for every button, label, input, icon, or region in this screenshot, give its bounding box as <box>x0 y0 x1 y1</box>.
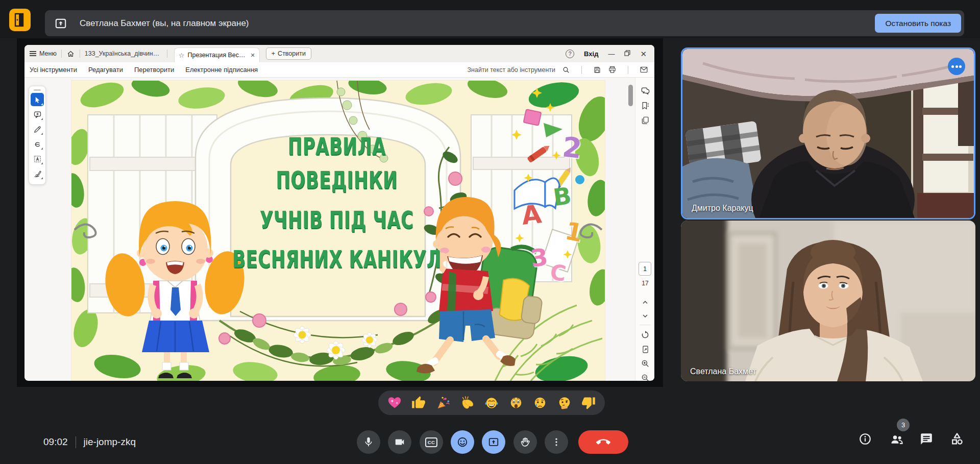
fit-page-button[interactable] <box>639 343 651 355</box>
door-icon <box>14 13 26 27</box>
reaction-thinking-face[interactable] <box>554 392 575 414</box>
meeting-info: 09:02 jie-jomp-zkq <box>43 430 136 454</box>
comments-panel-button[interactable] <box>639 85 651 97</box>
menu-convert[interactable]: Перетворити <box>134 66 174 74</box>
new-tab-button[interactable]: + Створити <box>266 47 311 60</box>
reaction-face-with-tears-of-joy[interactable] <box>481 392 502 414</box>
reaction-party-popper[interactable] <box>433 392 453 414</box>
text-select-tool-button[interactable] <box>31 152 44 165</box>
reaction-sparkling-heart[interactable] <box>384 392 405 414</box>
fill-sign-tool-button[interactable] <box>31 167 44 180</box>
menu-esign[interactable]: Електронне підписання <box>185 66 258 74</box>
rotate-page-button[interactable] <box>639 329 651 341</box>
joy-face-icon <box>484 395 499 410</box>
current-page-input[interactable]: 1 <box>639 262 651 276</box>
next-page-button[interactable] <box>639 310 651 322</box>
separator <box>628 66 628 74</box>
tab-close-icon[interactable]: ✕ <box>251 52 255 59</box>
acrobat-menu-button[interactable]: Меню <box>30 50 57 58</box>
zoom-out-button[interactable] <box>639 372 651 381</box>
participants-button[interactable] <box>889 431 904 447</box>
tab-inactive[interactable]: 133_Українська_дівчина_і_р... <box>85 50 162 57</box>
stop-presenting-button[interactable]: Остановить показ <box>875 14 961 33</box>
captions-button[interactable]: CC <box>420 430 443 454</box>
presenting-banner: Светлана Бахмет (вы, на главном экране) … <box>45 10 964 36</box>
document-scrollbar[interactable] <box>628 85 633 106</box>
slide-title-line-1: ПРАВИЛА <box>194 132 480 160</box>
people-icon <box>890 432 904 446</box>
separator <box>80 50 80 58</box>
help-button[interactable]: ? <box>566 50 574 58</box>
select-tool-button[interactable] <box>31 93 44 106</box>
present-now-button[interactable] <box>482 430 505 454</box>
astonished-face-icon <box>508 395 524 410</box>
pages-panel-button[interactable] <box>639 114 651 127</box>
reactions-bar <box>378 390 605 415</box>
star-icon[interactable]: ☆ <box>179 52 185 59</box>
window-controls: ? Вхід — ✕ <box>566 50 654 58</box>
sign-icon <box>33 169 42 178</box>
drag-handle[interactable] <box>34 89 41 91</box>
minimize-button[interactable]: — <box>608 51 615 57</box>
comment-tool-button[interactable] <box>31 108 44 121</box>
reaction-astonished-face[interactable] <box>506 392 526 414</box>
meeting-details-button[interactable] <box>857 431 873 447</box>
camera-button[interactable] <box>388 430 411 454</box>
top-bar: Светлана Бахмет (вы, на главном экране) … <box>0 0 980 38</box>
pages-icon <box>641 116 650 125</box>
comment-add-icon <box>33 110 42 119</box>
decor-letter-a: A <box>520 199 543 231</box>
reaction-thumbs-down[interactable] <box>578 392 599 414</box>
decor-number-2: 2 <box>561 131 583 165</box>
reaction-thumbs-up[interactable] <box>408 392 429 414</box>
dot <box>955 65 958 68</box>
tile-options-button[interactable] <box>948 58 965 75</box>
sign-in-button[interactable]: Вхід <box>584 50 598 58</box>
chat-button[interactable] <box>919 431 934 447</box>
tab-active[interactable]: ☆ Презентация Веснян... ✕ <box>174 47 260 62</box>
more-options-button[interactable] <box>545 430 568 454</box>
app-logo[interactable] <box>9 9 31 31</box>
shapes-icon <box>950 432 964 446</box>
chevron-up-icon <box>641 298 649 306</box>
raise-hand-button[interactable] <box>513 430 537 454</box>
zoom-in-button[interactable] <box>639 357 651 370</box>
create-label: Створити <box>278 50 306 57</box>
reactions-button[interactable] <box>451 430 474 454</box>
previous-page-button[interactable] <box>639 296 651 308</box>
meet-window: Светлана Бахмет (вы, на главном экране) … <box>0 0 980 464</box>
video-tile-dmytro[interactable]: Дмитро Каракуц <box>681 47 975 219</box>
close-button[interactable]: ✕ <box>640 50 647 58</box>
thumbs-up-icon <box>411 396 426 410</box>
bookmarks-panel-button[interactable] <box>639 100 651 112</box>
plus-icon: + <box>272 50 275 57</box>
thumbs-down-icon <box>581 396 596 410</box>
print-icon[interactable] <box>608 65 617 74</box>
home-button[interactable] <box>66 50 75 58</box>
search-icon[interactable] <box>562 66 570 74</box>
zoom-out-icon <box>641 373 650 381</box>
slide-title-line-3: УЧНІВ ПІД ЧАС <box>194 206 480 234</box>
zoom-in-icon <box>641 359 650 368</box>
restore-button[interactable] <box>624 50 630 57</box>
menu-all-tools[interactable]: Усі інструменти <box>30 66 77 74</box>
decor-letter-c: C <box>549 259 568 286</box>
sparkling-heart-icon <box>387 395 402 410</box>
webcam-video-dmytro <box>682 49 974 218</box>
draw-tool-button[interactable] <box>31 137 44 151</box>
comments-icon <box>641 86 650 96</box>
reaction-crying-face[interactable] <box>530 392 550 414</box>
highlight-tool-button[interactable] <box>31 123 44 136</box>
video-tile-svetlana[interactable]: Светлана Бахмет <box>681 221 975 381</box>
menu-edit[interactable]: Редагувати <box>88 66 123 74</box>
microphone-button[interactable] <box>357 430 380 454</box>
slide-page[interactable]: ПРАВИЛА ПОВЕДІНКИ УЧНІВ ПІД ЧАС ВЕСНЯНИХ… <box>71 81 605 381</box>
email-icon[interactable] <box>640 65 648 74</box>
leave-call-button[interactable] <box>578 430 628 454</box>
participant-name-label: Светлана Бахмет <box>690 367 756 376</box>
search-label[interactable]: Знайти текст або інструменти <box>468 66 555 74</box>
reaction-clapping-hands[interactable] <box>457 392 477 414</box>
save-icon[interactable] <box>593 66 601 74</box>
dot <box>951 65 954 68</box>
activities-button[interactable] <box>949 431 965 447</box>
